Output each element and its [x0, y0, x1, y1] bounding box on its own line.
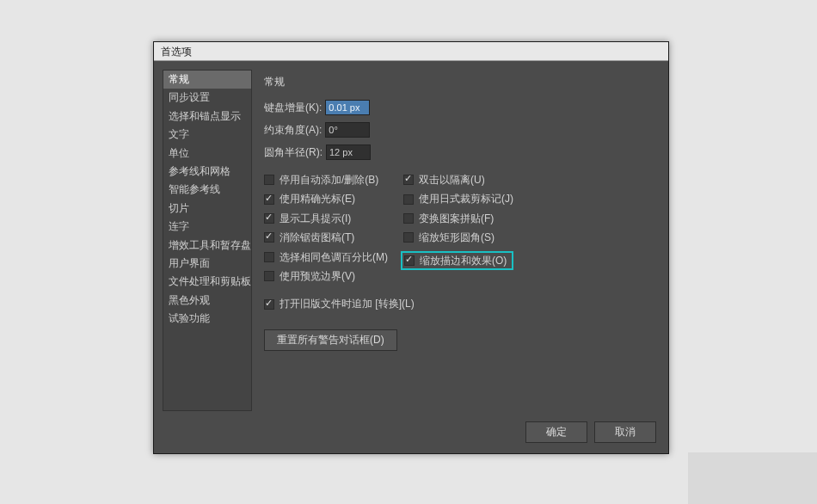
sidebar-item-file-clipboard[interactable]: 文件处理和剪贴板 — [163, 273, 251, 291]
checkbox-icon — [403, 194, 414, 205]
main-area: 常规 同步设置 选择和锚点显示 文字 单位 参考线和网格 智能参考线 切片 连字… — [154, 61, 668, 415]
checkbox-icon — [403, 175, 414, 185]
checkbox-icon — [264, 194, 274, 205]
check-append-converted[interactable]: 打开旧版文件时追加 [转换](L) — [264, 298, 654, 310]
checkbox-icon — [264, 232, 274, 243]
check-disable-auto-add[interactable]: 停用自动添加/删除(B) — [264, 174, 388, 186]
sidebar-item-hyphenation[interactable]: 连字 — [163, 218, 251, 236]
check-transform-tiles[interactable]: 变换图案拼贴(F) — [403, 212, 513, 224]
background-panel — [688, 452, 817, 504]
sidebar-item-guides-grid[interactable]: 参考线和网格 — [163, 163, 251, 181]
corner-radius-label: 圆角半径(R): — [264, 145, 322, 160]
check-label: 显示工具提示(I) — [280, 212, 351, 224]
field-constrain-angle: 约束角度(A): — [264, 122, 654, 138]
check-label: 缩放矩形圆角(S) — [419, 231, 494, 243]
check-precise-cursor[interactable]: 使用精确光标(E) — [264, 193, 388, 205]
checkbox-icon — [403, 213, 414, 224]
checks-col-left: 停用自动添加/删除(B) 使用精确光标(E) 显示工具提示(I) 消除 — [264, 174, 388, 282]
check-double-click-isolate[interactable]: 双击以隔离(U) — [403, 174, 513, 186]
check-tool-tips[interactable]: 显示工具提示(I) — [264, 212, 388, 224]
preferences-dialog: 首选项 常规 同步设置 选择和锚点显示 文字 单位 参考线和网格 智能参考线 切… — [153, 41, 669, 454]
check-label: 消除锯齿图稿(T) — [280, 231, 354, 243]
highlight-scale-strokes: 缩放描边和效果(O) — [401, 251, 513, 270]
checkbox-icon — [264, 213, 274, 224]
keyboard-increment-label: 键盘增量(K): — [264, 101, 322, 115]
checkbox-icon — [264, 175, 274, 185]
check-scale-corners[interactable]: 缩放矩形圆角(S) — [403, 231, 513, 243]
preferences-sidebar: 常规 同步设置 选择和锚点显示 文字 单位 参考线和网格 智能参考线 切片 连字… — [163, 70, 252, 411]
sidebar-item-general[interactable]: 常规 — [163, 71, 251, 89]
corner-radius-input[interactable] — [326, 144, 371, 160]
check-label: 使用精确光标(E) — [280, 193, 355, 205]
check-label: 选择相同色调百分比(M) — [280, 251, 388, 263]
field-keyboard-increment: 键盘增量(K): — [264, 100, 654, 115]
check-label: 变换图案拼贴(F) — [419, 212, 494, 224]
dialog-button-bar: 确定 取消 — [154, 415, 668, 453]
sidebar-item-ui[interactable]: 用户界面 — [163, 255, 251, 273]
check-anti-alias[interactable]: 消除锯齿图稿(T) — [264, 231, 388, 243]
check-label: 停用自动添加/删除(B) — [280, 174, 378, 186]
sidebar-item-sync[interactable]: 同步设置 — [163, 89, 251, 107]
check-label: 使用预览边界(V) — [280, 270, 355, 282]
sidebar-item-type[interactable]: 文字 — [163, 126, 251, 144]
checkbox-icon — [264, 271, 274, 281]
sidebar-item-slices[interactable]: 切片 — [163, 200, 251, 218]
sidebar-item-units[interactable]: 单位 — [163, 144, 251, 163]
dialog-title: 首选项 — [154, 42, 668, 61]
reset-button-row: 重置所有警告对话框(D) — [264, 329, 654, 351]
sidebar-item-smart-guides[interactable]: 智能参考线 — [163, 181, 251, 199]
content-panel: 常规 键盘增量(K): 约束角度(A): 圆角半径(R): — [261, 70, 660, 411]
check-preview-bounds[interactable]: 使用预览边界(V) — [264, 270, 388, 282]
checkbox-columns: 停用自动添加/删除(B) 使用精确光标(E) 显示工具提示(I) 消除 — [264, 174, 654, 282]
reset-warnings-button[interactable]: 重置所有警告对话框(D) — [264, 329, 397, 351]
sidebar-item-plugins[interactable]: 增效工具和暂存盘 — [163, 237, 251, 255]
keyboard-increment-input[interactable] — [325, 100, 370, 115]
check-label: 双击以隔离(U) — [419, 174, 485, 186]
check-label: 使用日式裁剪标记(J) — [419, 193, 513, 205]
constrain-angle-label: 约束角度(A): — [264, 123, 322, 138]
checkbox-icon — [264, 252, 274, 262]
check-select-tint[interactable]: 选择相同色调百分比(M) — [264, 251, 388, 263]
checkbox-icon — [264, 299, 274, 310]
checkbox-icon — [403, 232, 414, 243]
dialog-body: 常规 同步设置 选择和锚点显示 文字 单位 参考线和网格 智能参考线 切片 连字… — [154, 61, 668, 453]
cancel-button[interactable]: 取消 — [594, 421, 656, 443]
sidebar-item-black-appear[interactable]: 黑色外观 — [163, 292, 251, 310]
sidebar-item-selection[interactable]: 选择和锚点显示 — [163, 108, 251, 126]
ok-button[interactable]: 确定 — [525, 421, 587, 443]
checks-col-right: 双击以隔离(U) 使用日式裁剪标记(J) 变换图案拼贴(F) 缩放矩形 — [403, 174, 513, 282]
field-corner-radius: 圆角半径(R): — [264, 144, 654, 160]
checkbox-icon — [404, 255, 415, 266]
constrain-angle-input[interactable] — [325, 122, 370, 138]
check-japanese-crop[interactable]: 使用日式裁剪标记(J) — [403, 193, 513, 205]
check-scale-strokes[interactable]: 缩放描边和效果(O) — [404, 255, 507, 267]
check-label: 缩放描边和效果(O) — [420, 255, 507, 267]
check-label: 打开旧版文件时追加 [转换](L) — [280, 298, 415, 310]
sidebar-item-experimental[interactable]: 试验功能 — [163, 310, 251, 328]
section-title: 常规 — [264, 75, 654, 89]
